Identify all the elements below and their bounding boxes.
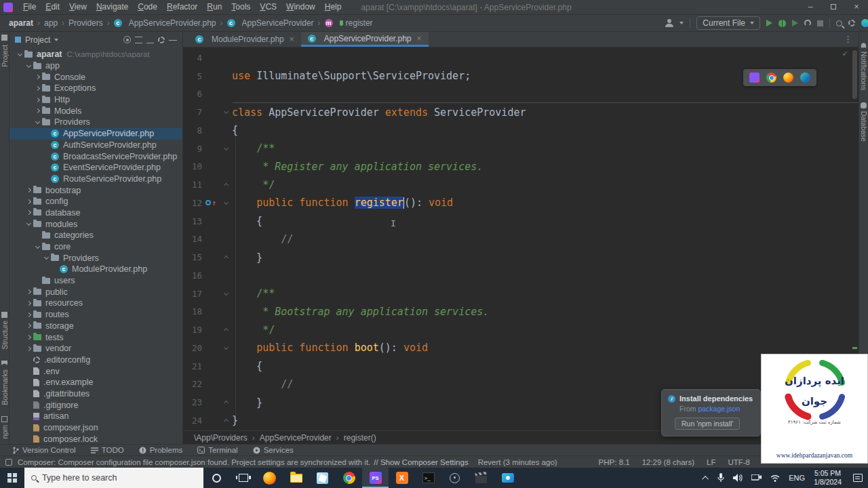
tree-row-tests[interactable]: tests: [9, 331, 182, 343]
edge-icon[interactable]: [800, 73, 810, 83]
tree-row-routes[interactable]: routes: [9, 309, 182, 321]
menu-item-file[interactable]: File: [18, 0, 41, 14]
taskbar-explorer-button[interactable]: [283, 468, 309, 488]
tree-row-.gitattributes[interactable]: .gitattributes: [9, 388, 182, 400]
code-line-20[interactable]: 20 public function boot(): void: [183, 339, 859, 357]
taskbar-atom-button[interactable]: [441, 468, 468, 488]
inspections-ok-icon[interactable]: ✓: [842, 48, 848, 58]
tree-collapsed-icon[interactable]: [24, 336, 33, 339]
code-line-12[interactable]: 12↑ public function register(): void: [183, 194, 859, 212]
taskbar-firefox-button[interactable]: [256, 468, 283, 488]
stripe-project-label[interactable]: Project: [1, 45, 9, 67]
run-configuration-select[interactable]: Current File: [696, 16, 760, 30]
gear-icon[interactable]: [158, 37, 165, 43]
stripe-item-npm[interactable]: npm: [1, 416, 9, 439]
tree-expanded-icon[interactable]: [41, 257, 51, 259]
event-log-icon[interactable]: [5, 459, 12, 466]
tree-row-vendor[interactable]: vendor: [9, 343, 182, 354]
tree-row-routeserviceprovider.php[interactable]: cRouteServiceProvider.php: [9, 174, 182, 185]
breadcrumb-item-app[interactable]: app: [42, 18, 60, 28]
tree-collapsed-icon[interactable]: [24, 200, 33, 203]
breadcrumb-item-appserviceprovider[interactable]: cAppServiceProvider: [225, 18, 316, 28]
menu-item-run[interactable]: Run: [202, 0, 226, 14]
project-stripe-icon[interactable]: [1, 35, 7, 41]
revert-link[interactable]: Revert (3 minutes ago): [478, 458, 557, 466]
tree-row-models[interactable]: Models: [9, 105, 182, 117]
tree-row-providers[interactable]: Providers: [9, 117, 182, 128]
tree-row-broadcastserviceprovider.php[interactable]: cBroadcastServiceProvider.php: [9, 150, 182, 162]
editor-breadcrumb-item[interactable]: AppServiceProvider: [260, 433, 332, 443]
fold-region[interactable]: [220, 293, 232, 295]
tree-expanded-icon[interactable]: [33, 121, 42, 123]
tree-collapsed-icon[interactable]: [24, 347, 33, 350]
tree-row-users[interactable]: users: [9, 275, 182, 287]
phpstorm-icon[interactable]: [749, 73, 760, 83]
tree-row-.editorconfig[interactable]: .editorconfig: [9, 354, 182, 366]
action-center-icon[interactable]: [853, 474, 863, 482]
fold-region[interactable]: [220, 182, 232, 187]
breadcrumb-item-providers[interactable]: Providers: [66, 18, 105, 28]
code-line-17[interactable]: 17 /**: [183, 285, 859, 303]
fold-region[interactable]: [220, 400, 232, 405]
gear-icon[interactable]: [848, 20, 855, 26]
menu-item-help[interactable]: Help: [320, 0, 347, 14]
speaker-icon[interactable]: [733, 474, 743, 482]
code-line-18[interactable]: 18 * Bootstrap any application services.: [183, 303, 859, 321]
menu-item-vcs[interactable]: VCS: [255, 0, 281, 14]
code-line-21[interactable]: 21 {: [183, 357, 859, 375]
project-panel-title[interactable]: Project: [25, 35, 50, 45]
tree-collapsed-icon[interactable]: [24, 211, 33, 214]
package-json-link[interactable]: package.json: [698, 405, 740, 413]
tree-expanded-icon[interactable]: [33, 246, 42, 248]
menu-item-view[interactable]: View: [64, 0, 92, 14]
tool-window-services[interactable]: Services: [253, 446, 294, 454]
fold-region[interactable]: [220, 111, 232, 113]
status-widget[interactable]: 12:29 (8 chars): [642, 458, 694, 466]
tree-row-.env[interactable]: .env: [9, 365, 182, 377]
stripe-item-notifications[interactable]: Notifications: [860, 43, 868, 90]
tool-window-version-control[interactable]: Version Control: [12, 446, 76, 454]
taskbar-phpstorm-button[interactable]: PS: [362, 468, 389, 488]
breadcrumb-item-register[interactable]: mregister: [323, 18, 375, 28]
tab-close-icon[interactable]: ×: [417, 34, 422, 43]
tree-row-artisan[interactable]: artisan: [9, 411, 182, 422]
tree-row-.env.example[interactable]: .env.example: [9, 377, 182, 388]
clock[interactable]: 5:05 PM 1/8/2024: [814, 469, 842, 487]
tree-row-storage[interactable]: storage: [9, 321, 182, 332]
tree-expanded-icon[interactable]: [24, 65, 33, 67]
status-widget[interactable]: LF: [707, 458, 715, 466]
tab-moduleprovider.php[interactable]: cModuleProvider.php×: [189, 32, 301, 47]
show-composer-settings-link[interactable]: // Show Composer Settings: [374, 458, 468, 466]
fold-region[interactable]: [220, 148, 232, 150]
stripe-item-structure[interactable]: Structure: [1, 312, 9, 350]
tree-row-.gitignore[interactable]: .gitignore: [9, 399, 182, 411]
taskbar-recorder-button[interactable]: [494, 468, 521, 488]
tree-row-console[interactable]: Console: [9, 71, 182, 83]
tree-row-http[interactable]: Http: [9, 94, 182, 106]
run-button[interactable]: [766, 20, 772, 26]
language-indicator[interactable]: ENG: [789, 474, 805, 482]
chevron-down-icon[interactable]: [54, 39, 58, 41]
expand-all-icon[interactable]: [135, 37, 142, 43]
tree-row-exceptions[interactable]: Exceptions: [9, 83, 182, 94]
tree-row-config[interactable]: config: [9, 196, 182, 207]
tool-window-terminal[interactable]: Terminal: [197, 446, 237, 454]
tab-close-icon[interactable]: ×: [290, 35, 294, 44]
implements-marker-icon[interactable]: [205, 200, 211, 205]
tree-collapsed-icon[interactable]: [24, 324, 33, 327]
fold-region[interactable]: [220, 418, 232, 423]
menu-item-edit[interactable]: Edit: [41, 0, 64, 14]
tree-row-core[interactable]: core: [9, 241, 182, 253]
tree-row-composer.lock[interactable]: composer.lock: [9, 433, 182, 444]
scrollbar-thumb[interactable]: [852, 50, 857, 99]
stripe-item-database[interactable]: Database: [860, 102, 868, 142]
tree-collapsed-icon[interactable]: [24, 188, 33, 192]
microphone-icon[interactable]: [717, 473, 724, 483]
editor-breadcrumb-item[interactable]: register(): [344, 433, 376, 443]
chevron-down-icon[interactable]: [679, 22, 684, 24]
tree-row-authserviceprovider.php[interactable]: cAuthServiceProvider.php: [9, 140, 182, 151]
close-button[interactable]: ×: [845, 0, 868, 14]
locate-file-icon[interactable]: [123, 36, 131, 43]
editor-breadcrumb-item[interactable]: \App\Providers: [194, 433, 248, 443]
code-line-16[interactable]: 16: [183, 266, 859, 285]
